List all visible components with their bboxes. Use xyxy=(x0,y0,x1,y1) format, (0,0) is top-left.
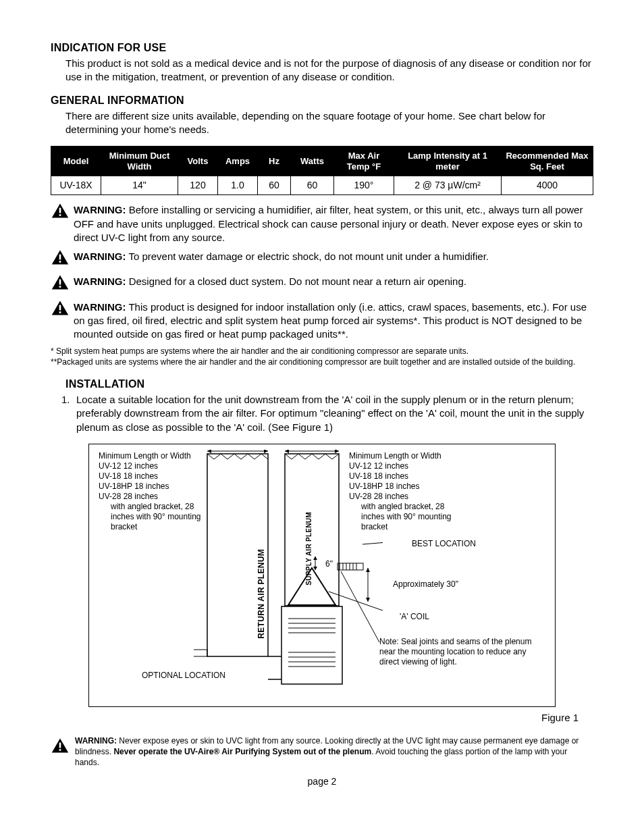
warning-icon xyxy=(51,249,70,269)
page-number: page 2 xyxy=(51,775,593,788)
warning-icon xyxy=(51,299,70,320)
warning-body: To prevent water damage or electric shoc… xyxy=(128,251,489,262)
bottom-warning: WARNING: Never expose eyes or skin to UV… xyxy=(51,735,593,768)
step-body: Locate a suitable location for the unit … xyxy=(76,393,593,434)
spec-table: Model Minimum Duct Width Volts Amps Hz W… xyxy=(51,146,593,195)
svg-rect-2 xyxy=(207,454,268,656)
footnote-1: * Split system heat pumps are systems wh… xyxy=(51,346,593,357)
section-heading-general: GENERAL INFORMATION xyxy=(51,93,593,108)
fig-best-location: BEST LOCATION xyxy=(412,539,476,549)
th-lamp: Lamp Intensity at 1 meter xyxy=(394,147,502,176)
td-maxair: 190° xyxy=(334,176,394,195)
warning-body: Designed for a closed duct system. Do no… xyxy=(129,276,466,287)
svg-rect-3 xyxy=(285,454,339,606)
warning-icon xyxy=(51,737,71,757)
bottom-warning-text: WARNING: Never expose eyes or skin to UV… xyxy=(75,735,593,768)
td-minduct: 14" xyxy=(101,176,178,195)
warning-text: WARNING: Before installing or servicing … xyxy=(74,203,593,244)
warning-label: WARNING: xyxy=(74,301,126,313)
svg-line-25 xyxy=(363,541,383,544)
section-heading-installation: INSTALLATION xyxy=(65,377,593,392)
svg-rect-17 xyxy=(338,563,363,570)
warning-label: WARNING: xyxy=(75,736,117,746)
warning-4: WARNING: This product is designed for in… xyxy=(51,301,593,342)
td-amps: 1.0 xyxy=(218,176,258,195)
warning-1: WARNING: Before installing or servicing … xyxy=(51,203,593,244)
fig-schematic xyxy=(194,450,383,701)
warning-label: WARNING: xyxy=(74,276,126,287)
warning-text: WARNING: Designed for a closed duct syst… xyxy=(74,275,593,288)
fig-approx: Approximately 30" xyxy=(393,579,458,590)
general-body: There are different size units available… xyxy=(65,109,593,137)
svg-line-27 xyxy=(329,592,383,615)
svg-rect-24 xyxy=(194,650,207,656)
section-heading-indication: INDICATION FOR USE xyxy=(51,41,593,55)
fig-acoil: 'A' COIL xyxy=(400,612,429,622)
footnote-2: **Packaged units are systems where the a… xyxy=(51,357,593,368)
td-model: UV-18X xyxy=(51,176,101,195)
th-model: Model xyxy=(51,147,101,176)
th-sqft: Recommended Max Sq. Feet xyxy=(502,147,593,176)
td-lamp: 2 @ 73 µW/cm² xyxy=(394,176,502,195)
svg-rect-4 xyxy=(281,606,342,684)
fig-left-dims: Minimum Length or Width UV-12 12 inches … xyxy=(99,451,203,532)
th-amps: Amps xyxy=(218,147,258,176)
th-maxair: Max Air Temp °F xyxy=(334,147,394,176)
td-sqft: 4000 xyxy=(502,176,593,195)
warning-text: WARNING: This product is designed for in… xyxy=(74,301,593,342)
td-watts: 60 xyxy=(291,176,334,195)
install-step-1: 1. Locate a suitable location for the un… xyxy=(61,393,593,434)
th-hz: Hz xyxy=(258,147,291,176)
svg-line-28 xyxy=(341,571,379,642)
warning-2: WARNING: To prevent water damage or elec… xyxy=(51,250,593,269)
figure-1: Minimum Length or Width UV-12 12 inches … xyxy=(88,444,556,707)
figure-caption: Figure 1 xyxy=(65,711,579,725)
fig-note: Note: Seal joints and seams of the plenu… xyxy=(379,637,535,667)
td-hz: 60 xyxy=(258,176,291,195)
th-minduct: Minimum Duct Width xyxy=(101,147,178,176)
warning-icon xyxy=(51,202,70,223)
warning-3: WARNING: Designed for a closed duct syst… xyxy=(51,275,593,294)
warning-icon xyxy=(51,273,70,294)
step-number: 1. xyxy=(61,393,76,434)
warning-text: WARNING: To prevent water damage or elec… xyxy=(74,250,593,263)
td-volts: 120 xyxy=(178,176,218,195)
warning-body: Before installing or servicing a humidif… xyxy=(74,204,583,243)
th-watts: Watts xyxy=(291,147,334,176)
bottom-warning-bold: Never operate the UV-Aire® Air Purifying… xyxy=(113,747,371,756)
indication-body: This product is not sold as a medical de… xyxy=(65,57,593,84)
warning-label: WARNING: xyxy=(74,204,126,215)
th-volts: Volts xyxy=(178,147,218,176)
warning-body: This product is designed for indoor inst… xyxy=(74,301,587,340)
warning-label: WARNING: xyxy=(74,251,126,262)
footnotes: * Split system heat pumps are systems wh… xyxy=(51,346,593,367)
